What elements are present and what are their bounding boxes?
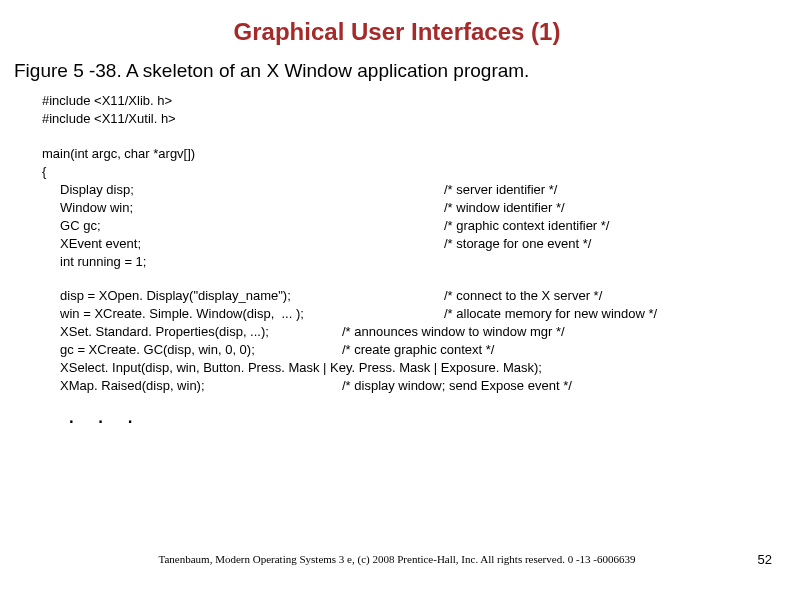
code-comment: /* graphic context identifier */ (444, 217, 609, 235)
code-call: win = XCreate. Simple. Window(disp, ... … (42, 305, 444, 323)
code-line: #include <X11/Xlib. h> (42, 92, 172, 110)
code-line: { (42, 163, 46, 181)
code-decl: XEvent event; (42, 235, 444, 253)
code-comment: /* window identifier */ (444, 199, 565, 217)
code-comment: /* storage for one event */ (444, 235, 591, 253)
code-decl: Window win; (42, 199, 444, 217)
footer-citation: Tanenbaum, Modern Operating Systems 3 e,… (0, 553, 794, 565)
code-call: XMap. Raised(disp, win); (42, 377, 342, 395)
code-decl: int running = 1; (42, 253, 444, 271)
code-comment: /* connect to the X server */ (444, 287, 602, 305)
code-block: #include <X11/Xlib. h> #include <X11/Xut… (42, 92, 774, 395)
slide-title: Graphical User Interfaces (1) (0, 18, 794, 46)
code-comment: /* server identifier */ (444, 181, 557, 199)
code-line: main(int argc, char *argv[]) (42, 145, 195, 163)
code-decl: GC gc; (42, 217, 444, 235)
code-call: disp = XOpen. Display("display_name"); (42, 287, 444, 305)
figure-caption: Figure 5 -38. A skeleton of an X Window … (14, 60, 794, 82)
code-comment: /* display window; send Expose event */ (342, 377, 572, 395)
code-line: #include <X11/Xutil. h> (42, 110, 176, 128)
ellipsis: . . . (68, 401, 794, 429)
code-call: XSelect. Input(disp, win, Button. Press.… (42, 359, 542, 377)
code-decl: Display disp; (42, 181, 444, 199)
code-comment: /* create graphic context */ (342, 341, 494, 359)
code-call: gc = XCreate. GC(disp, win, 0, 0); (42, 341, 342, 359)
page-number: 52 (758, 552, 772, 567)
code-comment: /* announces window to window mgr */ (342, 323, 565, 341)
code-comment: /* allocate memory for new window */ (444, 305, 657, 323)
code-call: XSet. Standard. Properties(disp, ...); (42, 323, 342, 341)
